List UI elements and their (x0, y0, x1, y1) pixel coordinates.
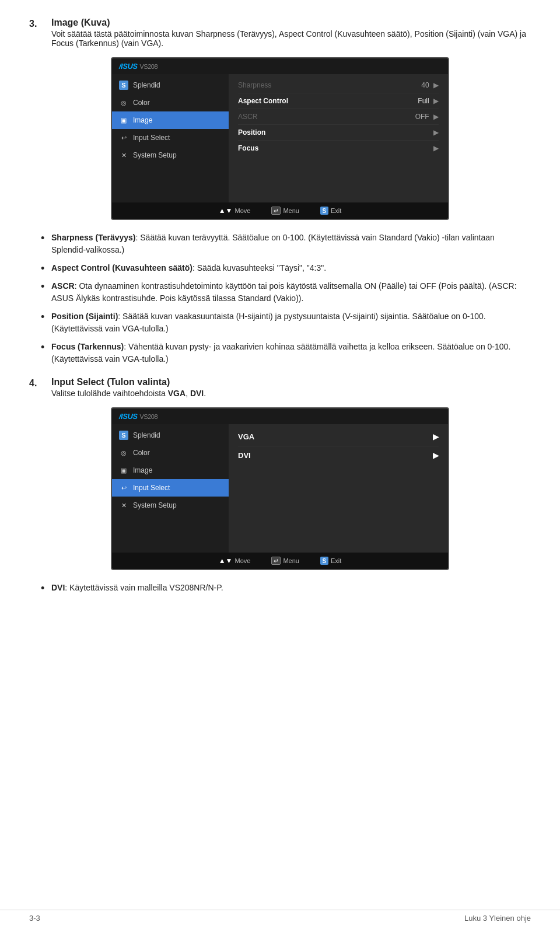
section4: 4. Input Select (Tulon valinta) Valitse … (29, 377, 531, 594)
monitor2-body: S Splendid ◎ Color ▣ Image ↩ Input Selec… (112, 424, 448, 553)
move-arrow-icon: ▲▼ (219, 207, 233, 215)
end: . (204, 389, 206, 398)
input-select-icon-2: ↩ (119, 483, 128, 492)
sharpness-term: Sharpness (Terävyys) (51, 233, 135, 242)
section3-title: Image (Kuva) (51, 18, 531, 28)
content-row-ascr: ASCR OFF ▶ (238, 109, 439, 125)
position-term: Position (Sijainti) (51, 312, 118, 321)
aspect-value: Full ▶ (418, 97, 439, 105)
content-row-vga: VGA ▶ (238, 428, 439, 446)
section4-title: Input Select (Tulon valinta) (51, 377, 206, 387)
bullet-dot-5: • (41, 342, 51, 352)
image-icon-2: ▣ (119, 466, 128, 475)
bullet-dot-4: • (41, 312, 51, 322)
model-name-2: VS208 (139, 413, 158, 420)
sidebar2-item-splendid[interactable]: S Splendid (112, 427, 229, 444)
image-label: Image (133, 116, 152, 124)
splendid-icon: S (119, 81, 128, 90)
color-icon: ◎ (119, 98, 128, 107)
asus-logo-2: /ISUSVS208 (119, 412, 158, 421)
bullet-text-focus: Focus (Tarkennus): Vähentää kuvan pysty-… (51, 341, 531, 365)
aspect-label: Aspect Control (238, 97, 288, 105)
ascr-term: ASCR (51, 281, 75, 291)
sidebar-item-color[interactable]: ◎ Color (112, 94, 229, 111)
model-name-1: VS208 (139, 63, 158, 70)
section4-bullets: • DVI: Käytettävissä vain malleilla VS20… (41, 582, 531, 594)
section3-header: 3. Image (Kuva) Voit säätää tästä päätoi… (29, 18, 531, 48)
focus-term: Focus (Tarkennus) (51, 342, 124, 351)
exit-s-icon-1: S (320, 207, 328, 215)
image-icon: ▣ (119, 116, 128, 125)
input-select-icon: ↩ (119, 133, 128, 142)
monitor1-content: Sharpness 40 ▶ Aspect Control Full ▶ ASC… (229, 74, 448, 202)
sidebar2-item-system-setup[interactable]: ✕ System Setup (112, 497, 229, 514)
bullet-dvi: • DVI: Käytettävissä vain malleilla VS20… (41, 582, 531, 594)
footer-exit-2: S Exit (320, 557, 341, 565)
page-number: 3-3 (29, 914, 40, 922)
sharpness-label: Sharpness (238, 81, 271, 89)
aspect-term: Aspect Control (Kuvasuhteen säätö) (51, 263, 192, 272)
splendid-label: Splendid (133, 81, 160, 89)
exit-label-2: Exit (331, 557, 341, 564)
focus-label: Focus (238, 144, 258, 152)
move-arrow-icon-2: ▲▼ (219, 557, 233, 565)
system-setup-icon-2: ✕ (119, 501, 128, 510)
ascr-label: ASCR (238, 113, 257, 121)
focus-value: ▶ (431, 144, 439, 152)
splendid-icon-2: S (119, 431, 128, 440)
content-row-aspect: Aspect Control Full ▶ (238, 93, 439, 109)
color-label: Color (133, 99, 150, 107)
monitor-ui-2: /ISUSVS208 S Splendid ◎ Color ▣ Image ↩ (111, 407, 449, 570)
color-label-2: Color (133, 449, 150, 457)
monitor1-body: S Splendid ◎ Color ▣ Image ↩ Input Selec… (112, 74, 448, 202)
section4-number: 4. (29, 378, 51, 389)
system-setup-label: System Setup (133, 151, 177, 159)
move-label-2: Move (235, 557, 250, 564)
input-select-label: Input Select (133, 134, 170, 142)
monitor2-header: /ISUSVS208 (112, 408, 448, 424)
move-label-1: Move (235, 207, 250, 214)
content-row-dvi: DVI ▶ (238, 446, 439, 464)
bullet-aspect: • Aspect Control (Kuvasuhteen säätö): Sä… (41, 262, 531, 274)
monitor1-footer: ▲▼ Move ↵ Menu S Exit (112, 202, 448, 219)
bullet-sharpness: • Sharpness (Terävyys): Säätää kuvan ter… (41, 232, 531, 256)
monitor1-sidebar: S Splendid ◎ Color ▣ Image ↩ Input Selec… (112, 74, 229, 202)
bullet-dot-dvi: • (41, 583, 51, 593)
sidebar-item-input-select[interactable]: ↩ Input Select (112, 129, 229, 146)
bullet-text-ascr: ASCR: Ota dynaaminen kontrastisuhdetoimi… (51, 280, 531, 305)
sidebar-item-image[interactable]: ▣ Image (112, 111, 229, 129)
sidebar-item-splendid[interactable]: S Splendid (112, 76, 229, 94)
footer-menu-2: ↵ Menu (271, 557, 299, 565)
sidebar2-item-input-select[interactable]: ↩ Input Select (112, 479, 229, 497)
sidebar2-item-color[interactable]: ◎ Color (112, 444, 229, 462)
bullet-text-sharpness: Sharpness (Terävyys): Säätää kuvan teräv… (51, 232, 531, 256)
exit-s-icon-2: S (320, 557, 328, 565)
ascr-value: OFF ▶ (415, 113, 439, 121)
dvi-arrow: ▶ (433, 451, 439, 460)
system-setup-icon: ✕ (119, 151, 128, 160)
monitor2-footer: ▲▼ Move ↵ Menu S Exit (112, 553, 448, 569)
page-footer: 3-3 Luku 3 Yleinen ohje (0, 910, 560, 926)
sidebar-item-system-setup[interactable]: ✕ System Setup (112, 146, 229, 164)
sidebar2-item-image[interactable]: ▣ Image (112, 462, 229, 479)
bullet-ascr: • ASCR: Ota dynaaminen kontrastisuhdetoi… (41, 280, 531, 305)
monitor2-content: VGA ▶ DVI ▶ (229, 424, 448, 553)
menu-label-2: Menu (283, 557, 299, 564)
section4-intro-text: Valitse tulolähde vaihtoehdoista (51, 389, 168, 398)
footer-move-2: ▲▼ Move (219, 557, 251, 565)
footer-menu-1: ↵ Menu (271, 207, 299, 215)
image-label-2: Image (133, 466, 152, 474)
bullet-text-dvi: DVI: Käytettävissä vain malleilla VS208N… (51, 582, 531, 594)
section4-intro: Valitse tulolähde vaihtoehdoista VGA, DV… (51, 389, 206, 398)
footer-exit-1: S Exit (320, 207, 341, 215)
vga-bold: VGA (168, 389, 186, 398)
menu-label-1: Menu (283, 207, 299, 214)
bullet-position: • Position (Sijainti): Säätää kuvan vaak… (41, 310, 531, 335)
footer-move-1: ▲▼ Move (219, 207, 251, 215)
menu-box-icon-2: ↵ (271, 557, 281, 565)
sharpness-value: 40 ▶ (421, 81, 439, 89)
dvi-bold: DVI (190, 389, 204, 398)
section3-number: 3. (29, 19, 51, 29)
position-label: Position (238, 128, 265, 137)
section3-bullets: • Sharpness (Terävyys): Säätää kuvan ter… (41, 232, 531, 365)
